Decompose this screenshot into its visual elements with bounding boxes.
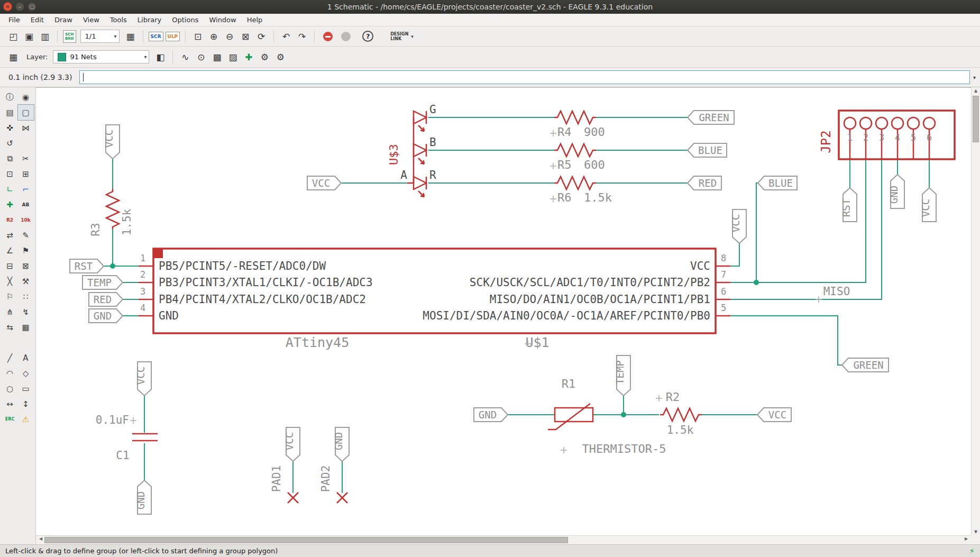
command-history-icon[interactable]: ▾ [973, 75, 976, 80]
print-button[interactable]: ▥ [37, 29, 53, 44]
help-button[interactable]: ? [362, 31, 373, 42]
scroll-down-icon[interactable]: ▼ [972, 529, 980, 534]
vertical-scrollbar[interactable]: ▲ ▼ [971, 87, 980, 535]
scroll-up-icon[interactable]: ▲ [972, 88, 980, 93]
sidebar-tool[interactable]: ◠ [2, 366, 18, 381]
menu-item[interactable]: Tools [105, 15, 132, 25]
sidebar-tool[interactable]: ╱ [2, 350, 18, 366]
zoom-select-button[interactable]: ⊠ [237, 29, 253, 44]
sidebar-tool[interactable]: ⌐ [18, 181, 34, 197]
vertical-scrollbar-thumb[interactable] [973, 96, 979, 142]
sidebar-tool[interactable] [18, 335, 34, 350]
scroll-left-icon[interactable]: ◀ [36, 536, 45, 541]
sidebar-tool[interactable]: ⚒ [18, 273, 34, 289]
maximize-button[interactable]: ▢ [28, 2, 36, 11]
sidebar-tool[interactable]: ⊟ [2, 258, 18, 273]
sheet-table-button[interactable]: ▦ [123, 29, 139, 44]
zoom-out-button[interactable]: ⊖ [222, 29, 237, 44]
sidebar-tool[interactable]: ◇ [18, 366, 34, 381]
menu-item[interactable]: Help [242, 15, 268, 25]
sidebar-tool[interactable]: ⋈ [18, 120, 34, 135]
layer-selector[interactable]: 91 Nets ▾ [53, 50, 149, 63]
sidebar-tool[interactable]: ⚑ [18, 243, 34, 258]
sidebar-tool[interactable]: ⇆ [2, 319, 18, 335]
ic-pin-label: SCK/USCK/SCL/ADC1/T0/INT0/PCINT2/PB2 [470, 276, 710, 289]
sidebar-tool[interactable] [18, 135, 34, 151]
ulp-button[interactable]: ULP [166, 32, 180, 41]
sidebar-tool[interactable]: ↔ [2, 396, 18, 412]
command-input[interactable] [79, 70, 970, 84]
scr-button[interactable]: SCR [149, 32, 163, 41]
minimize-button[interactable]: – [15, 2, 24, 11]
menu-item[interactable]: Edit [25, 15, 49, 25]
redo-button[interactable]: ↷ [294, 29, 310, 44]
sidebar-tool[interactable]: ⚠ [18, 412, 34, 427]
layer-settings-button[interactable]: ◧ [152, 50, 168, 65]
sidebar-tool[interactable]: ▢ [18, 105, 34, 120]
sidebar-tool[interactable]: A [18, 350, 34, 366]
new-button[interactable]: ◰ [5, 29, 21, 44]
add-net-class-button[interactable]: ✚ [241, 50, 257, 65]
sidebar-tool[interactable]: ╳ [2, 273, 18, 289]
mesh-a-button[interactable]: ▩ [209, 50, 225, 65]
sidebar-tool[interactable]: ✜ [2, 120, 18, 135]
sidebar-tool[interactable]: AB [18, 197, 34, 212]
sidebar-tool[interactable]: ○ [2, 381, 18, 396]
horizontal-scrollbar-thumb[interactable] [44, 537, 568, 543]
save-button[interactable]: ▣ [21, 29, 37, 44]
sidebar-tool[interactable]: ∷ [18, 289, 34, 304]
mesh-b-button[interactable]: ▨ [225, 50, 241, 65]
signal-button[interactable]: ∿ [177, 50, 193, 65]
sidebar-tool[interactable]: ✂ [18, 151, 34, 166]
grid-button[interactable]: ▦ [5, 50, 21, 65]
scroll-right-icon[interactable]: ▶ [962, 536, 970, 541]
sidebar-tool[interactable]: ∟ [2, 181, 18, 197]
sidebar-tool[interactable]: ↯ [18, 304, 34, 319]
sidebar-tool[interactable]: ▦ [18, 319, 34, 335]
undo-button[interactable]: ↶ [278, 29, 294, 44]
sidebar-tool[interactable] [2, 335, 18, 350]
sidebar-tool[interactable]: ↕ [18, 396, 34, 412]
menu-item[interactable]: Draw [49, 15, 78, 25]
sidebar-tool[interactable]: ⇄ [2, 227, 18, 243]
sidebar-tool[interactable]: ✎ [18, 227, 34, 243]
design-link-button[interactable]: DESIGN LINK ▾ [390, 32, 414, 41]
sidebar-tool[interactable]: ⚐ [2, 289, 18, 304]
menu-item[interactable]: Window [204, 15, 241, 25]
probe-button[interactable]: ⊙ [193, 50, 209, 65]
menu-item[interactable]: View [78, 15, 105, 25]
sidebar-tool[interactable]: ⊡ [2, 166, 18, 181]
menu-item[interactable]: File [3, 15, 25, 25]
sidebar-tool[interactable]: ⊠ [18, 258, 34, 273]
sidebar-tool[interactable]: ⊞ [18, 166, 34, 181]
sidebar-tool[interactable]: ◉ [18, 89, 34, 105]
horizontal-scrollbar[interactable]: ◀ ▶ [36, 535, 971, 544]
led-pin-b: B [429, 136, 436, 149]
sidebar-tool[interactable]: ↺ [2, 135, 18, 151]
settings-button[interactable]: ⚙ [257, 50, 272, 65]
sidebar-tool[interactable]: ⓘ [2, 89, 18, 105]
sidebar-tool-icon: ╳ [7, 277, 12, 286]
sidebar-tool[interactable]: ⋔ [2, 304, 18, 319]
sheet-selector[interactable]: 1/1 ▾ [80, 30, 120, 43]
sidebar-tool[interactable]: 10k [18, 212, 34, 227]
zoom-in-button[interactable]: ⊕ [206, 29, 222, 44]
menu-item[interactable]: Library [132, 15, 167, 25]
preferences-button[interactable]: ⚙ [272, 50, 288, 65]
board-swap-button[interactable]: SCH BRD [63, 30, 76, 43]
sidebar-tool[interactable]: ▤ [2, 105, 18, 120]
close-button[interactable]: ✕ [3, 2, 12, 11]
schematic-canvas[interactable]: G B A R U$3 PB5/PCINT5/-RESET/ADC0/DW PB… [36, 88, 971, 535]
menu-item[interactable]: Options [167, 15, 204, 25]
jp2-pin-circle [844, 117, 856, 129]
sidebar-tool[interactable]: ✚ [2, 197, 18, 212]
sidebar-tool[interactable]: ERC [2, 412, 18, 427]
zoom-fit-button[interactable]: ⊡ [190, 29, 206, 44]
sidebar-tool[interactable]: ▭ [18, 381, 34, 396]
sidebar-tool[interactable]: ∠ [2, 243, 18, 258]
sidebar-tool[interactable]: ⧉ [2, 151, 18, 166]
zoom-redraw-button[interactable]: ⟳ [253, 29, 269, 44]
sidebar-tool[interactable]: R2 [2, 212, 18, 227]
ic-pin-number: 2 [140, 269, 145, 280]
stop-button[interactable] [323, 32, 333, 41]
